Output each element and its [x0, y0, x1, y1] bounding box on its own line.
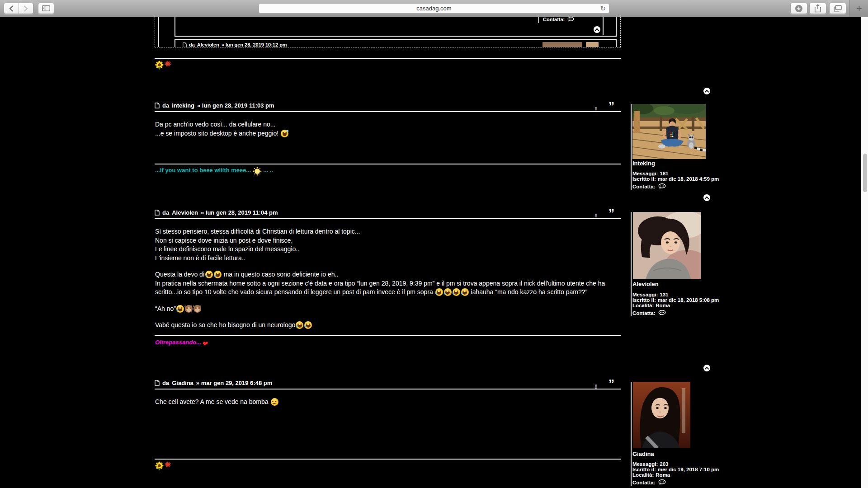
scrollbar-thumb[interactable]: [863, 154, 867, 192]
post-header: da Aleviolen » lun gen 28, 2019 11:04 pm: [155, 208, 621, 216]
emoji-maple-leaf-icon: [164, 61, 171, 68]
profile-messaggi: Messaggi:181: [632, 171, 668, 176]
embedded-screenshot-post-box: Contatta:: [175, 14, 617, 37]
downloads-button[interactable]: [790, 3, 807, 14]
profile-aleviolen: Aleviolen Messaggi:131 Iscritto il:mar d…: [631, 212, 714, 317]
forward-button[interactable]: [19, 3, 33, 14]
post-date: » lun gen 28, 2019 10:12 pm: [222, 42, 287, 47]
avatar[interactable]: [632, 104, 706, 159]
profile-messaggi: Messaggi:131: [632, 292, 668, 297]
divider: [631, 104, 632, 190]
profile-giadina: Giadina Messaggi:203 Iscritto il:mer dic…: [631, 382, 714, 487]
post-paragraph: Da pc anch'io vedo così... da cellulare …: [155, 120, 621, 129]
post-paragraph: “Ah no”: [155, 305, 621, 314]
emoji-maple-leaf-icon: [164, 461, 171, 469]
quote-icon[interactable]: ”: [609, 103, 614, 110]
tabs-overview-button[interactable]: [829, 3, 846, 14]
pm-bubble-icon[interactable]: [658, 479, 666, 485]
url-text: casadag.com: [416, 5, 451, 12]
quote-icon[interactable]: ”: [609, 380, 614, 388]
downloads-icon: [795, 5, 803, 13]
emoji-see-no-evil-monkey-icon: [193, 305, 201, 313]
divider: [603, 17, 604, 35]
localita-value: Roma: [656, 303, 670, 308]
avatar[interactable]: [633, 382, 690, 448]
profile-contatta: Contatta:: [632, 479, 666, 485]
post-header-prefix: da: [162, 209, 169, 216]
divider: [538, 17, 539, 23]
post-signature: Oltrepassando...: [155, 339, 209, 347]
profile-localita: Località:Roma: [632, 472, 670, 478]
emoji-sweat-smile-icon: [281, 130, 288, 137]
post-paragraph: Non si capisce dove inizia un post e dov…: [155, 236, 621, 245]
iscritto-label: Iscritto il:: [632, 467, 656, 472]
messaggi-value: 131: [660, 292, 668, 297]
emoji-joy-icon: [304, 321, 312, 329]
post-aleviolen: da Aleviolen » lun gen 28, 2019 11:04 pm…: [155, 208, 621, 353]
reload-icon[interactable]: ↻: [600, 5, 606, 13]
localita-value: Roma: [656, 472, 670, 478]
minipost-icon[interactable]: [155, 210, 160, 216]
iscritto-value: mar dic 18, 2018 4:59 pm: [658, 176, 719, 182]
iscritto-label: Iscritto il:: [632, 297, 656, 303]
post-inteking: da inteking » lun gen 28, 2019 11:03 pm …: [155, 101, 621, 178]
sidebar-button[interactable]: [38, 3, 54, 14]
post-author-link[interactable]: Aleviolen: [197, 42, 219, 47]
post-body: Che cell avete? A me se vede na bomba: [155, 398, 621, 407]
back-to-top-icon[interactable]: [703, 88, 710, 94]
localita-label: Località:: [632, 303, 654, 308]
post-header-prefix: da: [162, 380, 169, 386]
post-date: » mar gen 29, 2019 6:48 pm: [196, 380, 272, 386]
emoji-smirk-icon: [271, 398, 278, 406]
pm-bubble-icon[interactable]: [658, 310, 666, 316]
back-button[interactable]: [4, 3, 19, 14]
contatta-label: Contatta:: [632, 480, 655, 485]
signature-emojis: [155, 60, 172, 68]
avatar[interactable]: [633, 212, 701, 279]
iscritto-value: mer dic 19, 2018 7:10 pm: [658, 467, 719, 472]
back-to-top-icon[interactable]: [703, 365, 710, 371]
emoji-joy-icon: [176, 305, 184, 313]
post-body: Da pc anch'io vedo così... da cellulare …: [155, 120, 621, 138]
profile-username[interactable]: Giadina: [632, 450, 654, 457]
divider: [158, 17, 159, 47]
back-to-top-icon[interactable]: [594, 26, 600, 33]
minipost-icon[interactable]: [155, 380, 160, 386]
post-author-link[interactable]: inteking: [172, 102, 194, 109]
header-rule: [155, 389, 621, 389]
quote-icon[interactable]: ”: [609, 210, 614, 217]
avatar-image-fragment: [542, 42, 582, 47]
address-bar[interactable]: casadag.com ↻: [259, 3, 609, 14]
back-icon: [9, 5, 14, 12]
tabs-overview-icon: [834, 5, 842, 12]
scrollbar-track[interactable]: [861, 17, 868, 488]
emoji-joy-icon: [444, 288, 452, 296]
emoji-joy-icon: [453, 288, 460, 296]
profile-contatta: Contatta:: [632, 310, 666, 316]
post-paragraph: Questa la devo dì ma in questo caso sono…: [155, 270, 621, 279]
profile-username[interactable]: inteking: [632, 160, 655, 167]
post-paragraph: In pratica nella schermata home sotto a …: [155, 279, 621, 297]
signature-divider: [155, 335, 621, 336]
header-rule: [155, 218, 621, 219]
profile-username[interactable]: Aleviolen: [632, 281, 659, 287]
embedded-screenshot-next-post-box: da Aleviolen » lun gen 28, 2019 10:12 pm: [175, 39, 617, 47]
new-tab-button[interactable]: +: [849, 0, 868, 17]
contatta-label: Contatta:: [632, 310, 655, 316]
signature-divider: [155, 164, 621, 164]
post-paragraph: Vabé questa io so che ho bisogno di un n…: [155, 321, 621, 330]
signature-divider: [155, 459, 621, 460]
selected-image-marquee[interactable]: Contatta: da Aleviolen » lun gen 28, 201…: [155, 14, 621, 47]
back-to-top-icon[interactable]: [703, 194, 710, 201]
messaggi-label: Messaggi:: [632, 461, 658, 467]
share-button[interactable]: [809, 3, 826, 14]
post-paragraph: L'insieme non è di facile lettura..: [155, 254, 621, 263]
contatta-label: Contatta:: [543, 17, 565, 22]
post-author-link[interactable]: Aleviolen: [172, 209, 198, 216]
emoji-joy-icon: [296, 321, 303, 329]
pm-bubble-icon[interactable]: [658, 183, 666, 189]
emoji-sunflower-icon: [156, 463, 162, 469]
post-author-link[interactable]: Giadina: [172, 380, 193, 386]
minipost-icon[interactable]: [155, 103, 160, 108]
emoji-joy-icon: [214, 271, 222, 278]
